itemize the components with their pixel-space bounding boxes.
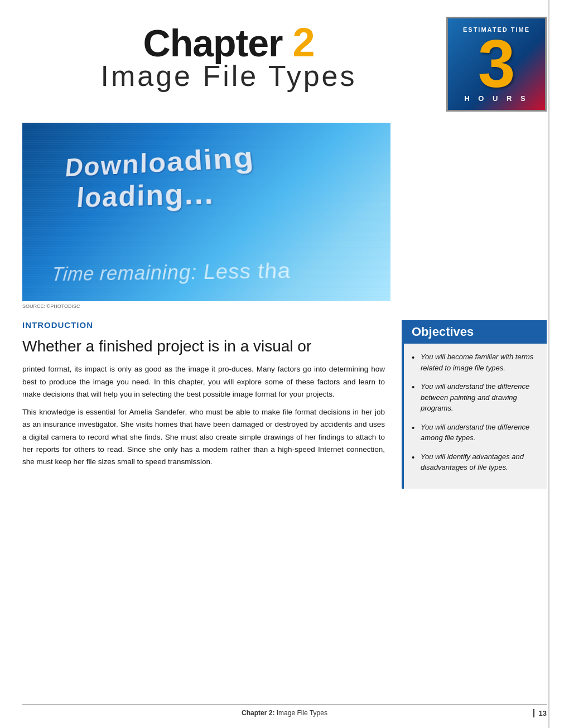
intro-lead: Whether a finished project is in a visua… xyxy=(22,336,385,356)
time-remaining-text: Time remaining: Less tha xyxy=(51,259,292,286)
objectives-list: You will become familiar with terms rela… xyxy=(404,344,547,489)
estimated-time-number: 3 xyxy=(478,35,515,92)
page-header: Chapter 2 Image File Types ESTIMATED TIM… xyxy=(0,0,569,112)
chapter-number: 2 xyxy=(292,20,314,65)
intro-body: printed format, its impact is only as go… xyxy=(22,363,385,468)
objective-item-2: You will understand the difference betwe… xyxy=(412,381,539,414)
objective-item-1: You will become familiar with terms rela… xyxy=(412,351,539,373)
chapter-word: Chapter xyxy=(143,22,283,64)
chapter-label: Chapter 2 xyxy=(22,22,435,62)
intro-paragraph-2: This knowledge is essential for Amelia S… xyxy=(22,406,385,468)
right-column: Objectives You will become familiar with… xyxy=(402,320,547,489)
downloading-text: Downloading loading... xyxy=(60,141,261,214)
intro-paragraph-1: printed format, its impact is only as go… xyxy=(22,363,385,401)
right-border xyxy=(548,0,549,728)
intro-lead-text: Whether a finished project is in a visua… xyxy=(22,338,311,355)
content-area: INTRODUCTION Whether a finished project … xyxy=(0,309,569,505)
footer-bold: Chapter 2: xyxy=(242,709,274,717)
objective-item-4: You will identify advantages and disadva… xyxy=(412,451,539,473)
footer-text: Chapter 2: Image File Types xyxy=(242,709,327,717)
objective-item-3: You will understand the difference among… xyxy=(412,422,539,443)
objectives-box: Objectives You will become familiar with… xyxy=(402,320,547,489)
source-credit: SOURCE: ©PHOTODISC xyxy=(22,303,569,309)
main-image: Downloading loading... Time remaining: L… xyxy=(22,123,390,301)
footer-page-number: 13 xyxy=(533,709,547,717)
chapter-subtitle: Image File Types xyxy=(22,59,435,93)
estimated-time-box: ESTIMATED TIME 3 H O U R S xyxy=(446,17,547,112)
estimated-time-hours: H O U R S xyxy=(464,94,528,103)
footer-rest: Image File Types xyxy=(274,709,327,717)
page-footer: Chapter 2: Image File Types 13 xyxy=(22,704,547,717)
chapter-title-block: Chapter 2 Image File Types xyxy=(22,17,435,93)
left-column: INTRODUCTION Whether a finished project … xyxy=(22,320,385,489)
objectives-header: Objectives xyxy=(404,320,547,344)
objectives-header-text: Objectives xyxy=(412,325,474,339)
section-title: INTRODUCTION xyxy=(22,320,385,330)
